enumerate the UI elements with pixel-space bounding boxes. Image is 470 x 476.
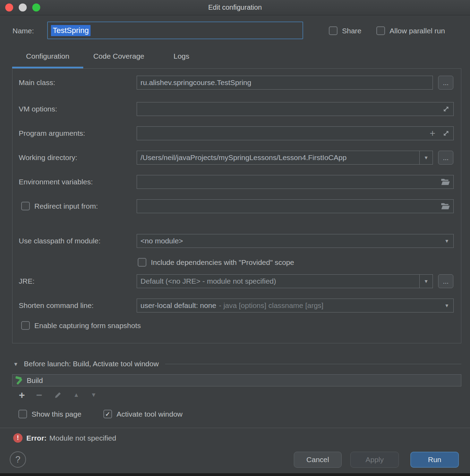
minimize-window-button[interactable] [19, 3, 27, 11]
before-launch-item-build[interactable]: Build [27, 376, 43, 385]
shorten-command-line-label: Shorten command line: [19, 299, 94, 312]
vm-options-row: VM options: [12, 102, 461, 116]
run-button[interactable]: Run [410, 452, 459, 468]
header-rule [165, 364, 461, 364]
working-directory-row: Working directory: /Users/neil/javaProje… [12, 151, 461, 165]
program-arguments-row: Program arguments: + [12, 126, 461, 140]
environment-variables-row: Environment variables: [12, 175, 461, 189]
question-mark-icon: ? [15, 454, 20, 465]
title-bar: Edit configuration [0, 0, 470, 15]
shorten-command-line-dropdown[interactable]: user-local default: none - java [options… [137, 299, 454, 312]
configuration-panel: Main class: ru.alishev.springcourse.Test… [12, 68, 461, 343]
remove-task-icon[interactable]: − [34, 389, 44, 401]
allow-parallel-run-label: Allow parallel run [390, 27, 445, 35]
redirect-input-field[interactable] [137, 199, 454, 213]
expand-field-icon[interactable] [442, 127, 450, 140]
chevron-down-icon[interactable]: ▼ [419, 151, 433, 164]
vm-options-label: VM options: [19, 102, 57, 116]
chevron-down-icon: ▼ [444, 299, 449, 312]
error-message: Module not specified [49, 434, 116, 442]
error-status-row: ! Error: Module not specified [13, 433, 116, 443]
before-launch-header[interactable]: ▼ Before launch: Build, Activate tool wi… [13, 360, 461, 368]
form-snapshots-checkbox[interactable]: ✓ [21, 321, 30, 330]
provided-scope-label: Include dependencies with "Provided" sco… [151, 257, 294, 268]
use-classpath-row: Use classpath of module: <no module> ▼ [12, 234, 461, 248]
edit-task-icon[interactable] [53, 389, 63, 401]
name-label: Name: [12, 27, 34, 35]
add-task-icon[interactable]: + [17, 389, 27, 401]
move-up-icon[interactable]: ▲ [71, 389, 82, 401]
expand-field-icon[interactable] [442, 102, 450, 116]
main-class-browse-button[interactable]: ... [438, 76, 453, 90]
jre-browse-button[interactable]: ... [438, 274, 453, 288]
jre-label: JRE: [19, 274, 35, 288]
working-directory-browse-button[interactable]: ... [438, 151, 453, 165]
vm-options-input[interactable] [137, 102, 454, 116]
folder-icon[interactable] [441, 200, 450, 213]
before-launch-title: Before launch: Build, Activate tool wind… [24, 360, 159, 368]
environment-variables-input[interactable] [137, 175, 454, 189]
cancel-button[interactable]: Cancel [294, 452, 342, 468]
edit-configuration-dialog: Edit configuration Name: TestSpring ✓ Sh… [0, 0, 470, 476]
add-icon[interactable]: + [430, 127, 435, 140]
environment-variables-label: Environment variables: [19, 175, 93, 189]
share-checkbox[interactable]: ✓ [329, 26, 337, 35]
before-launch-toolbar: + − ▲ ▼ [12, 389, 461, 401]
redirect-input-row: ✓ Redirect input from: [12, 199, 461, 213]
program-arguments-label: Program arguments: [19, 126, 85, 140]
activate-tool-window-checkbox[interactable]: ✓ [103, 410, 112, 418]
footer-divider [0, 428, 470, 428]
working-directory-label: Working directory: [19, 151, 77, 165]
main-class-label: Main class: [19, 76, 55, 90]
redirect-input-checkbox[interactable]: ✓ [21, 202, 30, 210]
use-classpath-label: Use classpath of module: [19, 234, 101, 248]
form-snapshots-label: Enable capturing form snapshots [34, 320, 141, 331]
show-this-page-label: Show this page [32, 410, 82, 418]
allow-parallel-run-checkbox[interactable]: ✓ [376, 26, 385, 35]
tab-configuration[interactable]: Configuration [12, 52, 83, 60]
name-input-selected-text: TestSpring [51, 25, 91, 36]
move-down-icon[interactable]: ▼ [88, 389, 99, 401]
chevron-down-icon[interactable]: ▼ [419, 275, 433, 288]
folder-icon[interactable] [441, 175, 450, 189]
shorten-command-line-row: Shorten command line: user-local default… [12, 299, 461, 312]
provided-scope-row: ✓ Include dependencies with "Provided" s… [12, 257, 461, 268]
name-input[interactable]: TestSpring [47, 22, 303, 39]
before-launch-list: Build [12, 374, 461, 386]
provided-scope-checkbox[interactable]: ✓ [138, 258, 146, 267]
form-snapshots-row: ✓ Enable capturing form snapshots [12, 320, 461, 331]
main-class-row: Main class: ru.alishev.springcourse.Test… [12, 76, 461, 90]
program-arguments-input[interactable]: + [137, 126, 454, 140]
tab-code-coverage[interactable]: Code Coverage [83, 52, 154, 60]
zoom-window-button[interactable] [32, 3, 40, 11]
jre-row: JRE: Default (<no JRE> - module not spec… [12, 274, 461, 288]
error-prefix: Error: [26, 434, 46, 442]
collapse-triangle-icon[interactable]: ▼ [13, 361, 18, 367]
main-class-input[interactable]: ru.alishev.springcourse.TestSpring [137, 76, 433, 90]
use-classpath-dropdown[interactable]: <no module> ▼ [137, 234, 454, 248]
close-window-button[interactable] [5, 3, 13, 11]
apply-button[interactable]: Apply [350, 452, 399, 468]
tab-logs[interactable]: Logs [154, 52, 208, 60]
window-bottom-edge [0, 473, 470, 476]
window-title: Edit configuration [208, 3, 262, 11]
show-this-page-checkbox[interactable]: ✓ [18, 410, 27, 418]
jre-dropdown[interactable]: Default (<no JRE> - module not specified… [137, 274, 433, 288]
error-icon: ! [13, 433, 23, 443]
working-directory-combobox[interactable]: /Users/neil/javaProjects/mySpringLessons… [137, 151, 433, 165]
help-button[interactable]: ? [10, 451, 26, 468]
chevron-down-icon: ▼ [444, 234, 449, 248]
redirect-input-label: Redirect input from: [34, 199, 98, 213]
activate-tool-window-label: Activate tool window [117, 410, 182, 418]
build-hammer-icon [14, 376, 24, 385]
share-label: Share [342, 27, 361, 35]
